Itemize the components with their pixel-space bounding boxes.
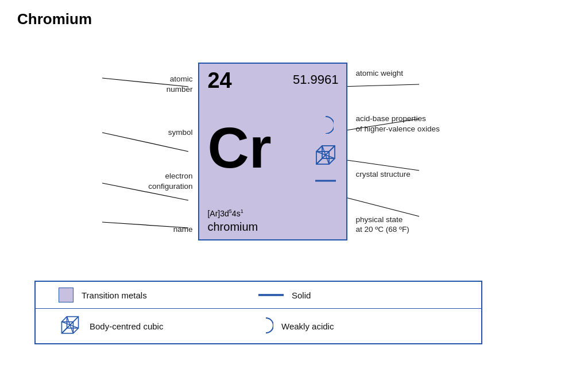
card-middle: Cr (207, 91, 338, 206)
weakly-acidic-item: Weakly acidic (258, 316, 458, 336)
page-title: Chromium (17, 10, 571, 28)
bcc-label: Body-centred cubic (90, 321, 163, 331)
atomic-weight: 51.9961 (293, 73, 339, 87)
svg-line-22 (61, 317, 67, 322)
card-icons (313, 111, 338, 186)
transition-metals-label: Transition metals (82, 290, 147, 300)
name-label: name (173, 224, 193, 235)
symbol-label: symbol (168, 127, 193, 138)
legend-row-1: Transition metals Solid (36, 282, 481, 309)
atomic-number: 24 (207, 69, 231, 91)
element-diagram-area: atomicnumber symbol electronconfiguratio… (17, 45, 571, 258)
solid-label: Solid (292, 290, 311, 300)
transition-metals-icon (59, 288, 74, 302)
svg-line-10 (316, 146, 322, 152)
crystal-structure-annotation: crystal structure (355, 169, 410, 180)
atomic-weight-annotation: atomic weight (355, 68, 403, 79)
bcc-legend-icon (59, 315, 82, 337)
left-annotations: atomicnumber symbol electronconfiguratio… (148, 63, 192, 240)
right-annotations: atomic weight acid-base propertiesof hig… (355, 63, 439, 240)
solid-line-legend-icon (258, 292, 284, 298)
acid-base-annotation: acid-base propertiesof higher-valence ox… (355, 114, 439, 134)
element-name: chromium (207, 220, 338, 234)
solid-item: Solid (258, 290, 458, 300)
solid-line-icon-card (315, 178, 336, 183)
atomic-number-label: atomicnumber (167, 74, 193, 94)
main-content: atomicnumber symbol electronconfiguratio… (17, 45, 571, 344)
element-symbol: Cr (207, 119, 271, 176)
half-circle-legend-icon (258, 316, 273, 336)
physical-state-annotation: physical stateat 20 ºC (68 ºF) (355, 215, 409, 235)
card-bottom: [Ar]3d54s1 chromium (207, 208, 338, 234)
card-top-row: 24 51.9961 (207, 69, 338, 91)
page-wrapper: Chromium atomicnumber symbol electroncon… (0, 0, 588, 392)
svg-line-12 (329, 158, 335, 164)
element-card: 24 51.9961 Cr (198, 63, 347, 240)
half-circle-icon (318, 114, 334, 134)
bcc-cube-icon (313, 143, 338, 169)
legend-row-2: Body-centred cubic Weakly acidic (36, 309, 481, 343)
electron-config: [Ar]3d54s1 (207, 208, 338, 218)
electron-config-label: electronconfiguration (148, 171, 192, 191)
transition-metals-item: Transition metals (59, 288, 258, 302)
weakly-acidic-label: Weakly acidic (281, 321, 334, 331)
bcc-item: Body-centred cubic (59, 315, 258, 337)
legend-box: Transition metals Solid (34, 281, 482, 344)
svg-line-24 (73, 328, 78, 333)
